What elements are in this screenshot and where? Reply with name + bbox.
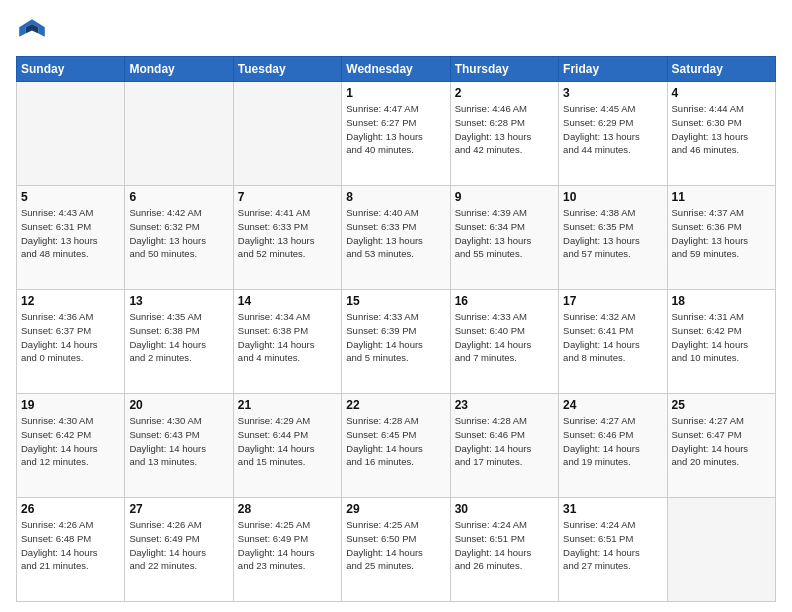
calendar-cell: 21Sunrise: 4:29 AM Sunset: 6:44 PM Dayli…	[233, 394, 341, 498]
calendar-cell	[233, 82, 341, 186]
calendar-cell	[667, 498, 775, 602]
day-info: Sunrise: 4:25 AM Sunset: 6:49 PM Dayligh…	[238, 518, 337, 573]
day-info: Sunrise: 4:29 AM Sunset: 6:44 PM Dayligh…	[238, 414, 337, 469]
logo	[16, 16, 52, 48]
day-number: 4	[672, 86, 771, 100]
calendar-week-row: 1Sunrise: 4:47 AM Sunset: 6:27 PM Daylig…	[17, 82, 776, 186]
calendar-cell: 29Sunrise: 4:25 AM Sunset: 6:50 PM Dayli…	[342, 498, 450, 602]
day-number: 24	[563, 398, 662, 412]
day-number: 7	[238, 190, 337, 204]
header	[16, 16, 776, 48]
day-info: Sunrise: 4:28 AM Sunset: 6:46 PM Dayligh…	[455, 414, 554, 469]
day-number: 28	[238, 502, 337, 516]
calendar-cell: 10Sunrise: 4:38 AM Sunset: 6:35 PM Dayli…	[559, 186, 667, 290]
calendar-header-row: SundayMondayTuesdayWednesdayThursdayFrid…	[17, 57, 776, 82]
weekday-header: Wednesday	[342, 57, 450, 82]
day-number: 8	[346, 190, 445, 204]
calendar-cell: 18Sunrise: 4:31 AM Sunset: 6:42 PM Dayli…	[667, 290, 775, 394]
day-info: Sunrise: 4:27 AM Sunset: 6:47 PM Dayligh…	[672, 414, 771, 469]
calendar-cell: 17Sunrise: 4:32 AM Sunset: 6:41 PM Dayli…	[559, 290, 667, 394]
day-number: 31	[563, 502, 662, 516]
day-info: Sunrise: 4:36 AM Sunset: 6:37 PM Dayligh…	[21, 310, 120, 365]
day-number: 9	[455, 190, 554, 204]
day-number: 30	[455, 502, 554, 516]
weekday-header: Saturday	[667, 57, 775, 82]
weekday-header: Monday	[125, 57, 233, 82]
calendar-cell: 6Sunrise: 4:42 AM Sunset: 6:32 PM Daylig…	[125, 186, 233, 290]
day-info: Sunrise: 4:43 AM Sunset: 6:31 PM Dayligh…	[21, 206, 120, 261]
calendar-cell: 4Sunrise: 4:44 AM Sunset: 6:30 PM Daylig…	[667, 82, 775, 186]
day-info: Sunrise: 4:39 AM Sunset: 6:34 PM Dayligh…	[455, 206, 554, 261]
day-number: 3	[563, 86, 662, 100]
weekday-header: Thursday	[450, 57, 558, 82]
day-info: Sunrise: 4:28 AM Sunset: 6:45 PM Dayligh…	[346, 414, 445, 469]
day-number: 17	[563, 294, 662, 308]
calendar-week-row: 19Sunrise: 4:30 AM Sunset: 6:42 PM Dayli…	[17, 394, 776, 498]
day-number: 27	[129, 502, 228, 516]
logo-icon	[16, 16, 48, 48]
day-number: 5	[21, 190, 120, 204]
calendar-cell: 12Sunrise: 4:36 AM Sunset: 6:37 PM Dayli…	[17, 290, 125, 394]
page: SundayMondayTuesdayWednesdayThursdayFrid…	[0, 0, 792, 612]
day-number: 29	[346, 502, 445, 516]
day-number: 19	[21, 398, 120, 412]
calendar-cell: 28Sunrise: 4:25 AM Sunset: 6:49 PM Dayli…	[233, 498, 341, 602]
day-number: 26	[21, 502, 120, 516]
day-number: 23	[455, 398, 554, 412]
calendar-cell: 15Sunrise: 4:33 AM Sunset: 6:39 PM Dayli…	[342, 290, 450, 394]
calendar-cell: 3Sunrise: 4:45 AM Sunset: 6:29 PM Daylig…	[559, 82, 667, 186]
day-number: 25	[672, 398, 771, 412]
day-info: Sunrise: 4:30 AM Sunset: 6:43 PM Dayligh…	[129, 414, 228, 469]
day-info: Sunrise: 4:32 AM Sunset: 6:41 PM Dayligh…	[563, 310, 662, 365]
calendar-cell: 9Sunrise: 4:39 AM Sunset: 6:34 PM Daylig…	[450, 186, 558, 290]
day-info: Sunrise: 4:26 AM Sunset: 6:49 PM Dayligh…	[129, 518, 228, 573]
day-info: Sunrise: 4:24 AM Sunset: 6:51 PM Dayligh…	[563, 518, 662, 573]
calendar-cell: 5Sunrise: 4:43 AM Sunset: 6:31 PM Daylig…	[17, 186, 125, 290]
weekday-header: Friday	[559, 57, 667, 82]
calendar-cell: 31Sunrise: 4:24 AM Sunset: 6:51 PM Dayli…	[559, 498, 667, 602]
weekday-header: Sunday	[17, 57, 125, 82]
day-number: 6	[129, 190, 228, 204]
calendar-table: SundayMondayTuesdayWednesdayThursdayFrid…	[16, 56, 776, 602]
calendar-week-row: 5Sunrise: 4:43 AM Sunset: 6:31 PM Daylig…	[17, 186, 776, 290]
day-info: Sunrise: 4:46 AM Sunset: 6:28 PM Dayligh…	[455, 102, 554, 157]
calendar-cell	[17, 82, 125, 186]
calendar-cell: 20Sunrise: 4:30 AM Sunset: 6:43 PM Dayli…	[125, 394, 233, 498]
calendar-cell: 25Sunrise: 4:27 AM Sunset: 6:47 PM Dayli…	[667, 394, 775, 498]
day-number: 1	[346, 86, 445, 100]
calendar-cell: 13Sunrise: 4:35 AM Sunset: 6:38 PM Dayli…	[125, 290, 233, 394]
day-info: Sunrise: 4:47 AM Sunset: 6:27 PM Dayligh…	[346, 102, 445, 157]
calendar-cell: 14Sunrise: 4:34 AM Sunset: 6:38 PM Dayli…	[233, 290, 341, 394]
day-info: Sunrise: 4:31 AM Sunset: 6:42 PM Dayligh…	[672, 310, 771, 365]
day-number: 15	[346, 294, 445, 308]
day-info: Sunrise: 4:42 AM Sunset: 6:32 PM Dayligh…	[129, 206, 228, 261]
day-info: Sunrise: 4:34 AM Sunset: 6:38 PM Dayligh…	[238, 310, 337, 365]
day-info: Sunrise: 4:24 AM Sunset: 6:51 PM Dayligh…	[455, 518, 554, 573]
calendar-cell	[125, 82, 233, 186]
day-number: 16	[455, 294, 554, 308]
calendar-cell: 2Sunrise: 4:46 AM Sunset: 6:28 PM Daylig…	[450, 82, 558, 186]
calendar-cell: 23Sunrise: 4:28 AM Sunset: 6:46 PM Dayli…	[450, 394, 558, 498]
calendar-week-row: 12Sunrise: 4:36 AM Sunset: 6:37 PM Dayli…	[17, 290, 776, 394]
day-info: Sunrise: 4:35 AM Sunset: 6:38 PM Dayligh…	[129, 310, 228, 365]
day-info: Sunrise: 4:45 AM Sunset: 6:29 PM Dayligh…	[563, 102, 662, 157]
calendar-cell: 1Sunrise: 4:47 AM Sunset: 6:27 PM Daylig…	[342, 82, 450, 186]
day-number: 18	[672, 294, 771, 308]
day-number: 10	[563, 190, 662, 204]
day-number: 14	[238, 294, 337, 308]
calendar-cell: 11Sunrise: 4:37 AM Sunset: 6:36 PM Dayli…	[667, 186, 775, 290]
calendar-cell: 22Sunrise: 4:28 AM Sunset: 6:45 PM Dayli…	[342, 394, 450, 498]
day-number: 20	[129, 398, 228, 412]
calendar-week-row: 26Sunrise: 4:26 AM Sunset: 6:48 PM Dayli…	[17, 498, 776, 602]
day-info: Sunrise: 4:26 AM Sunset: 6:48 PM Dayligh…	[21, 518, 120, 573]
calendar-cell: 19Sunrise: 4:30 AM Sunset: 6:42 PM Dayli…	[17, 394, 125, 498]
day-info: Sunrise: 4:44 AM Sunset: 6:30 PM Dayligh…	[672, 102, 771, 157]
day-info: Sunrise: 4:30 AM Sunset: 6:42 PM Dayligh…	[21, 414, 120, 469]
calendar-cell: 7Sunrise: 4:41 AM Sunset: 6:33 PM Daylig…	[233, 186, 341, 290]
day-number: 21	[238, 398, 337, 412]
calendar-cell: 26Sunrise: 4:26 AM Sunset: 6:48 PM Dayli…	[17, 498, 125, 602]
day-info: Sunrise: 4:41 AM Sunset: 6:33 PM Dayligh…	[238, 206, 337, 261]
day-info: Sunrise: 4:37 AM Sunset: 6:36 PM Dayligh…	[672, 206, 771, 261]
calendar-cell: 16Sunrise: 4:33 AM Sunset: 6:40 PM Dayli…	[450, 290, 558, 394]
day-number: 12	[21, 294, 120, 308]
